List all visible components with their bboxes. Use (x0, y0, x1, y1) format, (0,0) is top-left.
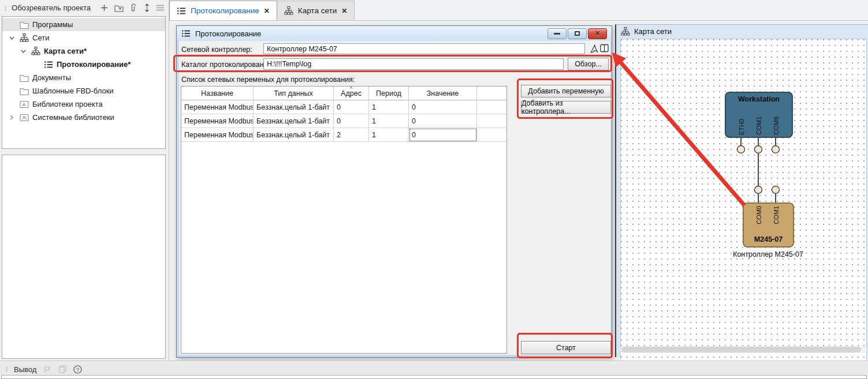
secondary-panel (2, 155, 166, 359)
cell-address[interactable]: 2 (334, 128, 369, 142)
chevron-down-icon[interactable] (7, 33, 16, 43)
chevron-right-icon[interactable] (7, 113, 16, 122)
port-label-com1: COM1 (773, 206, 780, 224)
network-map-header: Карта сети (616, 25, 868, 38)
col-header-period[interactable]: Период (369, 87, 409, 100)
open-book-icon[interactable] (599, 43, 609, 53)
tree-item-project-libraries[interactable]: Библиотеки проекта (2, 97, 165, 111)
col-header-address[interactable]: ˄Адрес (334, 87, 369, 100)
tree-item-label: Системные библиотеки (32, 113, 114, 122)
pin-flag-icon[interactable] (43, 366, 52, 373)
sort-asc-icon: ˄ (349, 87, 352, 91)
cell-value[interactable]: 0 (409, 100, 477, 114)
dialog-title: Протоколирование (195, 29, 261, 38)
tree-item-label: Шаблонные FBD-блоки (32, 87, 114, 95)
logging-dialog: Протоколирование ✕ Сетевой контроллер: К… (176, 25, 612, 358)
drag-handle-icon[interactable]: ⁞ (5, 5, 6, 12)
table-row[interactable]: Переменная Modbus1 Беззнак.целый 1-байт … (181, 100, 506, 114)
tree-item-label: Протоколирование* (57, 60, 131, 69)
tab-logging[interactable]: Протоколирование ✕ (169, 1, 277, 20)
link-icon[interactable] (130, 3, 137, 12)
network-icon (31, 47, 40, 55)
log-dir-value: H:\!!!Temp\log (267, 60, 311, 68)
start-button[interactable]: Старт (521, 341, 611, 354)
tab-label: Протоколирование (191, 6, 259, 15)
chevron-down-icon[interactable] (18, 47, 28, 56)
tree-item-fbd-templates[interactable]: Шаблонные FBD-блоки (2, 84, 165, 97)
output-console[interactable] (1, 375, 867, 379)
controller-caption: Контроллер М245-07 (707, 250, 829, 258)
tree-item-system-libraries[interactable]: Системные библиотеки (2, 111, 165, 124)
output-panel-header: ⁞ Вывод ? (0, 364, 868, 374)
editor-tabbar: Протоколирование ✕ Карта сети ✕ (169, 0, 868, 21)
list-icon (181, 29, 191, 37)
tree-item-logging[interactable]: Протоколирование* (2, 58, 165, 71)
close-icon[interactable]: ✕ (341, 7, 347, 15)
restore-button[interactable] (568, 28, 587, 39)
col-header-name[interactable]: Название (181, 87, 254, 100)
menu-icon[interactable] (157, 5, 164, 11)
cell-name[interactable]: Переменная Modbus3 (181, 114, 254, 128)
cell-datatype[interactable]: Беззнак.целый 1-байт (254, 128, 334, 142)
cell-datatype[interactable]: Беззнак.целый 1-байт (254, 114, 334, 128)
scrollbar-thumb[interactable] (621, 347, 861, 352)
network-controller-field[interactable]: Контроллер М245-07 (263, 43, 585, 54)
horizontal-scrollbar[interactable] (620, 346, 867, 353)
cell-address[interactable]: 0 (334, 114, 369, 128)
dialog-titlebar[interactable]: Протоколирование ✕ (177, 26, 612, 41)
folder-icon (20, 74, 29, 82)
goto-source-icon[interactable] (588, 43, 598, 54)
col-header-datatype[interactable]: Тип данных (254, 87, 334, 100)
cell-address[interactable]: 0 (334, 100, 369, 114)
network-icon (621, 27, 630, 36)
tree-item-programs[interactable]: Программы (2, 18, 165, 31)
table-row[interactable]: Переменная Modbus3 Беззнак.целый 1-байт … (181, 114, 506, 128)
minimize-button[interactable] (547, 28, 567, 39)
port-label-com0: COM0 (755, 206, 762, 224)
add-folder-icon[interactable] (114, 4, 124, 12)
add-variable-button[interactable]: Добавить переменную (521, 85, 611, 97)
drag-handle-icon[interactable]: ⁞ (6, 366, 7, 373)
col-header-value[interactable]: Значение (409, 87, 477, 100)
close-icon: ✕ (594, 29, 600, 37)
tab-network-map[interactable]: Карта сети ✕ (277, 1, 355, 20)
cell-value[interactable]: 0 (409, 114, 477, 128)
controller-node[interactable]: COM0 COM1 M245-07 (743, 202, 794, 247)
add-from-controller-button[interactable]: Добавить из контроллера... (521, 101, 611, 114)
cell-period[interactable]: 1 (369, 128, 409, 142)
restore-icon (575, 31, 580, 36)
network-controller-value: Контроллер М245-07 (267, 45, 337, 53)
cell-period[interactable]: 1 (369, 100, 409, 114)
table-row[interactable]: Переменная Modbus2 Беззнак.целый 1-байт … (181, 128, 506, 142)
help-icon[interactable]: ? (73, 365, 82, 374)
tree-item-documents[interactable]: Документы (2, 71, 165, 84)
port-label-com1: COM1 (755, 117, 762, 135)
workstation-node[interactable]: Workstation ETH0 COM1 COM8 (725, 92, 793, 138)
close-icon[interactable]: ✕ (264, 7, 270, 15)
folder-icon (20, 87, 29, 95)
cell-datatype[interactable]: Беззнак.целый 1-байт (254, 100, 334, 114)
library-icon (20, 114, 29, 122)
cell-period[interactable]: 1 (369, 114, 409, 128)
cell-name[interactable]: Переменная Modbus1 (181, 100, 254, 114)
log-dir-field[interactable]: H:\!!!Temp\log (263, 58, 564, 70)
variables-table[interactable]: Название Тип данных ˄Адрес Период Значен… (181, 86, 507, 354)
network-map-canvas[interactable]: Workstation ETH0 COM1 COM8 COM0 COM1 M24… (620, 39, 867, 368)
project-explorer-panel: ⁞ Обозреватель проекта Программы (0, 0, 169, 361)
copy-icon[interactable] (59, 365, 66, 373)
cell-value-focused[interactable]: 0 (409, 128, 477, 142)
panel-divider[interactable] (169, 0, 169, 363)
close-button[interactable]: ✕ (588, 28, 607, 39)
add-icon[interactable] (100, 4, 108, 12)
expand-collapse-icon[interactable] (144, 3, 150, 12)
browse-button[interactable]: Обзор... (568, 58, 609, 70)
tree-item-networks[interactable]: Сети (2, 31, 165, 44)
library-icon (20, 100, 29, 108)
minimize-icon (554, 33, 560, 35)
tree-item-label: Программы (32, 20, 73, 29)
network-map-title: Карта сети (634, 27, 672, 36)
project-explorer-title: Обозреватель проекта (12, 3, 91, 12)
tree-item-label: Документы (32, 73, 71, 82)
tree-item-network-map[interactable]: Карта сети* (2, 44, 165, 58)
cell-name[interactable]: Переменная Modbus2 (181, 128, 254, 142)
